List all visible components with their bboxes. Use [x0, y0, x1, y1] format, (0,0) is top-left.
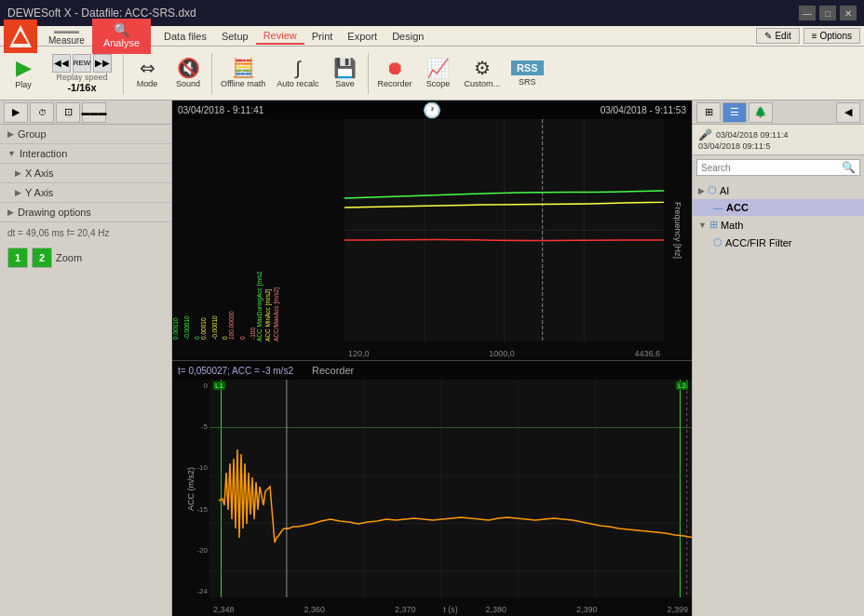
- zoom-label: Zoom: [56, 252, 82, 263]
- y-label-col2: 0.00010-0.000100: [200, 119, 228, 341]
- main-area: ▶ ⏱ ⊡ ▬▬▬ ▶ Group ▼ Interaction ▶ X Axis…: [0, 100, 864, 616]
- group-arrow: ▶: [7, 129, 14, 139]
- recorder-button[interactable]: ⏺ Recorder: [372, 49, 416, 98]
- channel1-button[interactable]: 1: [7, 248, 28, 268]
- offline-math-icon: 🧮: [232, 59, 255, 77]
- menu-design[interactable]: Design: [385, 29, 431, 44]
- play-button[interactable]: ▶ Play: [4, 49, 43, 98]
- group-label: Group: [18, 128, 47, 140]
- auto-recalc-button[interactable]: ∫ Auto recalc: [272, 49, 323, 98]
- x-unit-label: t (s): [209, 605, 692, 614]
- y-scale: 0 -5 -10 -15 -20 -24: [172, 380, 209, 597]
- minimize-button[interactable]: —: [799, 6, 816, 20]
- acc-label: ACC: [726, 202, 749, 213]
- custom-button[interactable]: ⚙ Custom...: [459, 49, 505, 98]
- maximize-button[interactable]: □: [819, 6, 836, 20]
- mode-icon: ⇔: [140, 59, 155, 77]
- tree-item-math[interactable]: ▼ ⊞ Math: [693, 216, 864, 234]
- menu-review[interactable]: Review: [256, 28, 304, 45]
- y-label-text: ACC MaxDuringAcc [m/s2 ACC MinAcc [m/s2]…: [256, 119, 349, 341]
- tree-section: ▶ ⬡ AI — ACC ▼ ⊞ Math ⬡ ACC/FIR Filter: [693, 180, 864, 253]
- yaxis-label: Y Axis: [25, 187, 53, 198]
- rewind-button[interactable]: ◀◀: [52, 54, 71, 73]
- xaxis-label: X Axis: [25, 167, 54, 179]
- ai-expand-icon: ▶: [698, 186, 705, 195]
- sidebar-tool-3[interactable]: ⊡: [56, 102, 80, 123]
- sep1: [123, 53, 124, 94]
- save-button[interactable]: 💾 Save: [325, 49, 364, 98]
- math-expand-icon: ▼: [698, 221, 707, 230]
- timestamp-box: 🎤 03/04/2018 09:11:4 03/04/2018 09:11:5: [693, 125, 864, 155]
- chart-canvas-top[interactable]: [344, 119, 664, 341]
- right-tool-grid[interactable]: ⊞: [696, 102, 721, 123]
- sound-button[interactable]: 🔇 Sound: [169, 49, 208, 98]
- mode-button[interactable]: ⇔ Mode: [128, 49, 167, 98]
- rew-button[interactable]: REW: [73, 54, 91, 73]
- sidebar-tool-2[interactable]: ⏱: [30, 102, 54, 123]
- chart-right-axis: Frequency [Hz]: [664, 119, 692, 341]
- fast-forward-button[interactable]: ▶▶: [93, 54, 112, 73]
- sidebar-actions: 1 2 Zoom: [0, 244, 171, 272]
- sidebar-item-xaxis[interactable]: ▶ X Axis: [0, 164, 171, 183]
- chart-clock-icon: 🕐: [423, 101, 441, 119]
- right-panel-expand[interactable]: ◀: [836, 102, 860, 123]
- sidebar-toolbar: ▶ ⏱ ⊡ ▬▬▬: [0, 100, 171, 125]
- sep3: [368, 53, 369, 94]
- menu-bar: ▬▬▬ Measure 🔍 Analyse Data files Setup R…: [0, 26, 864, 47]
- chart-bottom[interactable]: t= 0,050027; ACC = -3 m/s2 Recorder ACC …: [172, 361, 692, 616]
- toolbar: ▶ Play ◀◀ REW ▶▶ Replay speed -1/16x ⇔ M…: [0, 47, 864, 100]
- drawing-options-arrow: ▶: [7, 208, 14, 217]
- tree-item-ai[interactable]: ▶ ⬡ AI: [693, 181, 864, 199]
- sidebar-tool-4[interactable]: ▬▬▬: [82, 102, 106, 123]
- menu-print[interactable]: Print: [304, 29, 341, 44]
- auto-recalc-icon: ∫: [295, 59, 300, 77]
- sidebar-item-yaxis[interactable]: ▶ Y Axis: [0, 183, 171, 203]
- chart-y-labels: 0.00010-0.000100 0.00010-0.000100 100.00…: [172, 119, 349, 341]
- chart-bottom-info: t= 0,050027; ACC = -3 m/s2: [178, 366, 293, 376]
- search-icon[interactable]: 🔍: [842, 161, 856, 174]
- replay-group: ◀◀ REW ▶▶ Replay speed -1/16x: [45, 54, 119, 93]
- srs-button[interactable]: RSS SRS: [506, 49, 548, 98]
- right-tool-list[interactable]: ☰: [722, 102, 747, 123]
- menu-measure[interactable]: ▬▬▬ Measure: [41, 24, 92, 47]
- sidebar-item-drawing-options[interactable]: ▶ Drawing options: [0, 203, 171, 222]
- sidebar-item-interaction[interactable]: ▼ Interaction: [0, 144, 171, 164]
- acc-fir-label: ACC/FIR Filter: [725, 237, 792, 248]
- menu-export[interactable]: Export: [340, 29, 385, 44]
- sidebar: ▶ ⏱ ⊡ ▬▬▬ ▶ Group ▼ Interaction ▶ X Axis…: [0, 100, 172, 616]
- scope-button[interactable]: 📈 Scope: [418, 49, 457, 98]
- math-icon: ⊞: [709, 219, 718, 231]
- channel2-button[interactable]: 2: [32, 248, 52, 268]
- chart-header: 03/04/2018 - 9:11:41 🕐 03/04/2018 - 9:11…: [172, 100, 692, 119]
- tree-item-acc[interactable]: — ACC: [693, 199, 864, 216]
- sound-icon: 🔇: [177, 59, 200, 77]
- search-box: 🔍: [693, 155, 864, 180]
- right-tool-tree[interactable]: 🌲: [749, 102, 773, 123]
- replay-controls[interactable]: ◀◀ REW ▶▶: [52, 54, 112, 73]
- right-panel: ⊞ ☰ 🌲 ◀ 🎤 03/04/2018 09:11:4 03/04/2018 …: [692, 100, 864, 616]
- chart-bottom-canvas[interactable]: L1 L2: [209, 380, 692, 597]
- search-input[interactable]: [701, 163, 842, 173]
- recorder-svg: [209, 380, 692, 597]
- tree-item-acc-fir[interactable]: ⬡ ACC/FIR Filter: [693, 234, 864, 251]
- recorder-icon: ⏺: [385, 59, 404, 77]
- close-button[interactable]: ✕: [840, 6, 857, 20]
- acc-icon: —: [713, 202, 723, 213]
- search-input-wrap[interactable]: 🔍: [696, 159, 860, 176]
- sidebar-item-group[interactable]: ▶ Group: [0, 125, 171, 144]
- sidebar-tool-1[interactable]: ▶: [4, 102, 28, 123]
- right-panel-toolbar: ⊞ ☰ 🌲 ◀: [693, 100, 864, 125]
- options-icon: ≡: [812, 31, 817, 41]
- title-bar-controls[interactable]: — □ ✕: [799, 6, 857, 20]
- save-icon: 💾: [333, 59, 357, 77]
- chart-bottom-header: t= 0,050027; ACC = -3 m/s2 Recorder: [172, 361, 692, 380]
- options-button[interactable]: ≡ Options: [803, 28, 860, 44]
- math-label: Math: [721, 220, 743, 231]
- sep2: [211, 53, 212, 94]
- chart-top[interactable]: 03/04/2018 - 9:11:41 🕐 03/04/2018 - 9:11…: [172, 100, 692, 361]
- menu-setup[interactable]: Setup: [214, 29, 256, 44]
- edit-button[interactable]: ✎ Edit: [756, 28, 799, 44]
- ai-icon: ⬡: [708, 184, 717, 196]
- menu-data-files[interactable]: Data files: [156, 29, 214, 44]
- offline-math-button[interactable]: 🧮 Offline math: [216, 49, 270, 98]
